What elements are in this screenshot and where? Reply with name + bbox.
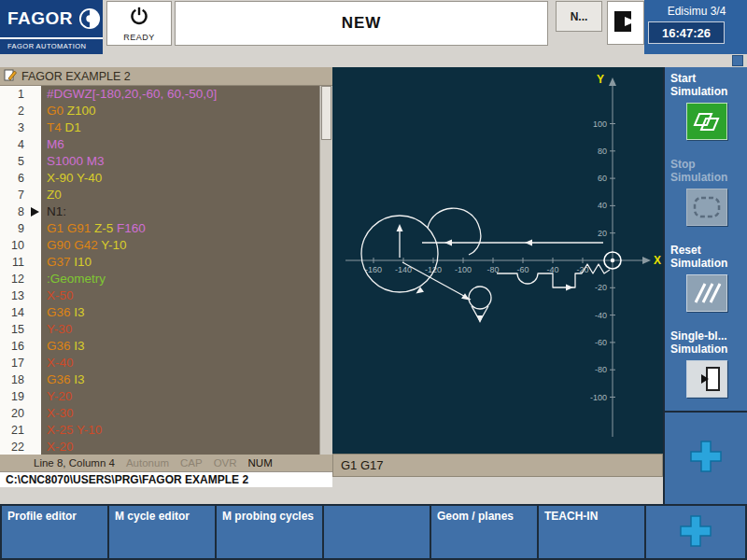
- code-line[interactable]: S1000 M3: [47, 153, 319, 170]
- code-line[interactable]: X-90 Y-40: [47, 170, 319, 187]
- code-line[interactable]: N1:: [47, 203, 319, 220]
- code-line[interactable]: G1 G91 Z-5 F160: [47, 220, 319, 237]
- line-number: 5: [0, 153, 24, 170]
- single-block-simulation-button[interactable]: Single-bl... Simulation: [665, 325, 747, 411]
- start-simulation-button[interactable]: Start Simulation: [665, 67, 747, 153]
- code-line[interactable]: G37 I10: [47, 254, 319, 271]
- single-block-simulation-label: Single-bl... Simulation: [670, 329, 743, 356]
- svg-text:60: 60: [598, 174, 607, 183]
- code-line[interactable]: T4 D1: [47, 119, 319, 136]
- line-number: 14: [0, 304, 24, 321]
- stop-simulation-icon: [686, 189, 727, 226]
- line-number: 11: [0, 254, 24, 271]
- code-line[interactable]: #DGWZ[-180,20,-60, 60,-50,0]: [47, 86, 319, 103]
- code-line[interactable]: Y-30: [47, 321, 319, 338]
- scrollbar-thumb[interactable]: [321, 86, 331, 140]
- sidebar-more-button[interactable]: [665, 411, 747, 504]
- svg-text:-60: -60: [516, 265, 529, 274]
- code-line[interactable]: G36 I3: [47, 371, 319, 388]
- ready-button[interactable]: READY: [106, 1, 172, 46]
- code-line[interactable]: M6: [47, 136, 319, 153]
- line-number: 13: [0, 287, 24, 304]
- softkey-empty[interactable]: [324, 506, 430, 558]
- start-simulation-label: Start Simulation: [670, 72, 743, 98]
- status-flag-ovr: OVR: [214, 457, 237, 469]
- code-line[interactable]: G36 I3: [47, 304, 319, 321]
- code-lines[interactable]: #DGWZ[-180,20,-60, 60,-50,0]G0 Z100T4 D1…: [41, 86, 319, 455]
- svg-text:80: 80: [598, 147, 607, 156]
- editor-file-title: FAGOR EXAMPLE 2: [21, 70, 131, 83]
- code-line[interactable]: X-50: [47, 287, 319, 304]
- softkey-bar: Profile editorM cycle editorM probing cy…: [0, 504, 747, 560]
- plus-icon: [679, 514, 712, 551]
- softkey-profile-editor[interactable]: Profile editor: [2, 506, 107, 558]
- line-number: 19: [0, 388, 24, 405]
- softkey-more-button[interactable]: [646, 506, 745, 558]
- brand-name: FAGOR: [7, 8, 73, 29]
- line-number: 16: [0, 338, 24, 355]
- svg-text:X: X: [654, 254, 661, 267]
- top-bar: FAGOR FAGOR AUTOMATION READY NEW N...: [0, 0, 747, 54]
- toolpath-plot: 10080604020-20-40-60-80-100-160-140-120-…: [332, 67, 663, 454]
- brand-subtitle: FAGOR AUTOMATION: [0, 39, 103, 50]
- session-label: Edisimu 3/4: [644, 0, 747, 18]
- editor-filler: [0, 487, 332, 504]
- edit-pencil-icon: [4, 68, 17, 84]
- svg-text:100: 100: [593, 119, 607, 129]
- softkey-m-probing-cycles[interactable]: M probing cycles: [217, 506, 322, 558]
- svg-text:40: 40: [598, 201, 607, 210]
- status-flags: AutonumCAPOVRNUM: [126, 457, 273, 469]
- code-line[interactable]: Z0: [47, 187, 319, 203]
- line-number: 9: [0, 220, 24, 237]
- ready-label: READY: [123, 33, 155, 42]
- n-button[interactable]: N...: [556, 1, 602, 32]
- single-block-simulation-icon: [686, 360, 727, 398]
- code-line[interactable]: :Geometry: [47, 271, 319, 287]
- code-line[interactable]: X-20: [47, 439, 319, 455]
- line-number: 6: [0, 170, 24, 187]
- svg-text:-160: -160: [365, 265, 382, 274]
- mini-button[interactable]: [732, 55, 743, 66]
- line-number: 22: [0, 439, 24, 455]
- svg-text:-20: -20: [595, 283, 607, 292]
- line-number: 10: [0, 237, 24, 254]
- softkey-m-cycle-editor[interactable]: M cycle editor: [109, 506, 215, 558]
- toolpath-svg: 10080604020-20-40-60-80-100-160-140-120-…: [332, 67, 663, 454]
- fagor-logo-panel: FAGOR FAGOR AUTOMATION: [0, 0, 103, 54]
- exit-button[interactable]: [607, 1, 644, 45]
- stop-simulation-label: Stop Simulation: [670, 158, 743, 184]
- line-number: 4: [0, 136, 24, 153]
- code-line[interactable]: X-40: [47, 355, 319, 371]
- code-editor[interactable]: 12345678910111213141516171819202122 #DGW…: [0, 86, 332, 455]
- program-title: NEW: [175, 1, 548, 46]
- editor-scrollbar[interactable]: [319, 86, 332, 455]
- main-area: FAGOR EXAMPLE 2 123456789101112131415161…: [0, 67, 747, 504]
- start-simulation-icon: [686, 103, 727, 140]
- file-path-bar: C:\CNC8070\USERS\PRG\FAGOR EXAMPLE 2: [0, 471, 332, 487]
- fagor-logo-icon: [78, 7, 101, 30]
- code-line[interactable]: X-25 Y-10: [47, 422, 319, 439]
- code-line[interactable]: Y-20: [47, 388, 319, 405]
- svg-text:-100: -100: [590, 393, 607, 402]
- plus-icon: [689, 440, 723, 477]
- reset-simulation-button[interactable]: Reset Simulation: [665, 239, 747, 325]
- reset-simulation-label: Reset Simulation: [670, 244, 743, 270]
- svg-text:-100: -100: [455, 265, 472, 274]
- graphics-column: 10080604020-20-40-60-80-100-160-140-120-…: [332, 67, 663, 504]
- code-line[interactable]: X-30: [47, 405, 319, 422]
- stop-simulation-button[interactable]: Stop Simulation: [665, 153, 747, 239]
- line-number: 1: [0, 86, 24, 103]
- cursor-position: Line 8, Column 4: [34, 457, 115, 469]
- plot-filler: [332, 477, 663, 504]
- line-number: 18: [0, 371, 24, 388]
- code-line[interactable]: G0 Z100: [47, 103, 319, 119]
- softkey-teach-in[interactable]: TEACH-IN: [539, 506, 644, 558]
- line-number: 12: [0, 271, 24, 287]
- svg-text:Y: Y: [597, 73, 604, 86]
- code-line[interactable]: G90 G42 Y-10: [47, 237, 319, 254]
- code-line[interactable]: G36 I3: [47, 338, 319, 355]
- softkey-geom-planes[interactable]: Geom / planes: [431, 506, 537, 558]
- line-number: 20: [0, 405, 24, 422]
- line-number: 21: [0, 422, 24, 439]
- svg-text:-40: -40: [595, 311, 607, 320]
